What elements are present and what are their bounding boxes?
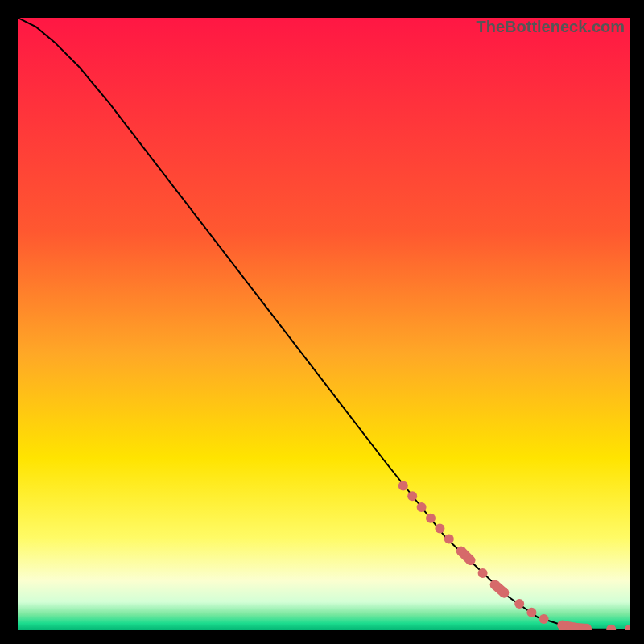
data-point xyxy=(444,535,454,544)
data-point xyxy=(478,568,488,578)
data-point xyxy=(435,524,444,534)
gradient-background xyxy=(18,18,630,630)
data-point xyxy=(398,481,408,490)
data-point xyxy=(465,555,475,565)
data-point xyxy=(490,580,500,590)
data-point xyxy=(407,491,417,501)
data-point xyxy=(499,588,509,597)
data-point xyxy=(514,599,524,609)
data-point xyxy=(426,514,436,523)
data-point xyxy=(417,502,427,512)
chart-container: TheBottleneck.com xyxy=(18,18,630,630)
data-point xyxy=(526,608,536,617)
chart-plot xyxy=(18,18,630,630)
data-point xyxy=(539,614,549,624)
data-point xyxy=(456,547,466,556)
